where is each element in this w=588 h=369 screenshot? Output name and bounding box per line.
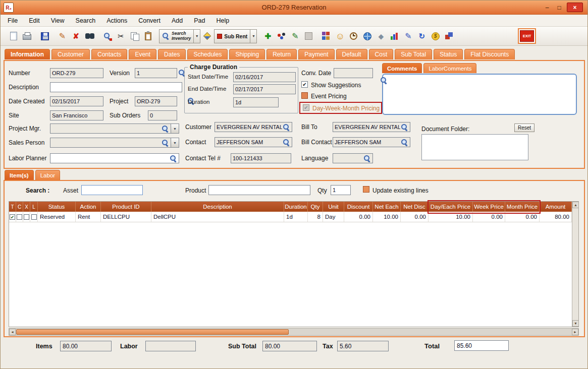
refresh-icon[interactable]: ↻ bbox=[415, 29, 429, 43]
project-mgr-field[interactable] bbox=[50, 124, 171, 134]
row-c-checkbox[interactable] bbox=[17, 214, 22, 220]
save-icon[interactable] bbox=[38, 29, 51, 43]
tab-cost[interactable]: Cost bbox=[369, 49, 394, 59]
maximize-button[interactable]: □ bbox=[554, 3, 565, 12]
col-header-amount[interactable]: Amount bbox=[540, 202, 572, 212]
sub-total-field[interactable]: 80.00 bbox=[262, 341, 317, 351]
tax-field[interactable]: 5.60 bbox=[337, 341, 389, 351]
clock-icon[interactable] bbox=[347, 29, 360, 43]
day-week-month-pricing-checkbox[interactable]: ✔ bbox=[303, 104, 309, 111]
bill-contact-field[interactable]: JEFFERSON SAM bbox=[333, 137, 410, 147]
items-total-field[interactable]: 80.00 bbox=[60, 341, 112, 351]
labor-planner-search-icon[interactable] bbox=[170, 155, 177, 162]
find-item-icon[interactable] bbox=[100, 29, 114, 43]
smiley-icon[interactable]: ☺ bbox=[333, 29, 347, 43]
tab-event[interactable]: Event bbox=[129, 49, 156, 59]
document-folder-box[interactable] bbox=[421, 134, 528, 160]
scroll-down-icon[interactable]: ▼ bbox=[572, 320, 579, 327]
col-header-x[interactable]: X bbox=[23, 202, 30, 212]
bill-to-search-icon[interactable] bbox=[401, 124, 408, 131]
site-field[interactable]: San Francisco bbox=[50, 110, 103, 120]
duration-field[interactable]: 1d bbox=[233, 97, 279, 107]
edit-notes-icon[interactable]: ✎ bbox=[288, 29, 302, 43]
tab-information[interactable]: Information bbox=[5, 49, 50, 59]
tab-schedules[interactable]: Schedules bbox=[187, 49, 228, 59]
qty-input[interactable]: 1 bbox=[331, 185, 351, 195]
col-header-discount[interactable]: Discount bbox=[344, 202, 373, 212]
convert-cube-icon[interactable] bbox=[442, 29, 456, 43]
bill-to-field[interactable]: EVERGREEN AV RENTALS bbox=[333, 122, 410, 132]
tab-sub-total[interactable]: Sub Total bbox=[395, 49, 432, 59]
row-x-checkbox[interactable] bbox=[24, 214, 29, 220]
col-header-t[interactable]: T bbox=[9, 202, 16, 212]
table-row[interactable]: ✔ Reserved Rent DELLCPU DellCPU 1d 8 Day… bbox=[9, 212, 578, 222]
sales-person-dropdown[interactable]: ▼ bbox=[171, 138, 179, 148]
sales-person-search-icon[interactable] bbox=[162, 139, 169, 147]
vertical-scrollbar[interactable]: ▲ ▼ bbox=[572, 202, 578, 327]
search-inventory-button[interactable]: Search Inventory bbox=[159, 29, 194, 43]
menu-actions[interactable]: Actions bbox=[106, 17, 127, 24]
contact-search-icon[interactable] bbox=[283, 139, 290, 146]
labor-total-field[interactable] bbox=[145, 341, 196, 351]
price-tag-icon[interactable] bbox=[200, 29, 214, 43]
col-header-net-each[interactable]: Net Each bbox=[373, 202, 401, 212]
tab-shipping[interactable]: Shipping bbox=[229, 49, 265, 59]
chart-bars-icon[interactable] bbox=[388, 29, 401, 43]
comments-textarea[interactable] bbox=[382, 74, 577, 115]
col-header-description[interactable]: Description bbox=[151, 202, 284, 212]
contact-tel-field[interactable]: 100-121433 bbox=[231, 153, 291, 163]
tab-dates[interactable]: Dates bbox=[158, 49, 186, 59]
bill-contact-search-icon[interactable] bbox=[401, 139, 408, 146]
menu-help[interactable]: Help bbox=[216, 17, 229, 24]
tab-flat-discounts[interactable]: Flat Discounts bbox=[464, 49, 515, 59]
col-header-l[interactable]: L bbox=[30, 202, 38, 212]
row-l-checkbox[interactable] bbox=[31, 214, 37, 220]
start-datetime-field[interactable]: 02/16/2017 bbox=[233, 72, 296, 82]
col-header-action[interactable]: Action bbox=[76, 202, 101, 212]
search-inventory-dropdown[interactable]: ▼ bbox=[194, 29, 200, 43]
reset-button[interactable]: Reset bbox=[514, 124, 534, 132]
menu-add[interactable]: Add bbox=[172, 17, 183, 24]
project-mgr-search-icon[interactable] bbox=[162, 125, 169, 133]
row-t-checkbox[interactable]: ✔ bbox=[10, 214, 15, 220]
customer-search-icon[interactable] bbox=[283, 124, 290, 131]
menu-search[interactable]: Search bbox=[76, 17, 96, 24]
copy-icon[interactable] bbox=[128, 29, 141, 43]
col-header-unit[interactable]: Unit bbox=[323, 202, 344, 212]
print-icon[interactable] bbox=[20, 29, 34, 43]
product-input[interactable] bbox=[208, 185, 310, 195]
exit-button[interactable]: EXIT bbox=[520, 30, 534, 42]
description-field[interactable] bbox=[50, 82, 182, 92]
delete-icon[interactable]: ✘ bbox=[69, 29, 83, 43]
menu-convert[interactable]: Convert bbox=[138, 17, 161, 24]
sales-person-combo[interactable]: ▼ bbox=[50, 138, 179, 148]
edit-sheet-icon[interactable]: ✎ bbox=[401, 29, 415, 43]
tab-return[interactable]: Return bbox=[266, 49, 297, 59]
menu-edit[interactable]: Edit bbox=[29, 17, 40, 24]
total-field[interactable]: 85.60 bbox=[454, 340, 509, 351]
tab-labor[interactable]: Labor bbox=[35, 170, 60, 180]
menu-file[interactable]: File bbox=[8, 17, 18, 24]
col-header-status[interactable]: Status bbox=[38, 202, 76, 212]
cut-icon[interactable]: ✂ bbox=[114, 29, 128, 43]
number-field[interactable]: ORD-279 bbox=[50, 68, 103, 78]
contact-field[interactable]: JEFFERSON SAM bbox=[215, 137, 292, 147]
event-pricing-checkbox[interactable] bbox=[301, 92, 308, 99]
disabled-pad-icon[interactable] bbox=[302, 29, 315, 43]
package-diamond-icon[interactable]: ◆ bbox=[374, 29, 388, 43]
sub-rent-button[interactable]: Sub Rent bbox=[214, 29, 250, 43]
col-header-week-price[interactable]: Week Price bbox=[473, 202, 505, 212]
col-header-duration[interactable]: Duration bbox=[284, 202, 308, 212]
money-coin-icon[interactable]: $ bbox=[429, 29, 442, 43]
language-field[interactable] bbox=[333, 153, 373, 163]
col-header-qty[interactable]: Qty bbox=[308, 202, 323, 212]
project-mgr-combo[interactable]: ▼ bbox=[50, 124, 179, 134]
customer-field[interactable]: EVERGREEN AV RENTALS bbox=[215, 122, 292, 132]
tab-contacts[interactable]: Contacts bbox=[91, 49, 127, 59]
scroll-up-icon[interactable]: ▲ bbox=[572, 202, 579, 208]
sub-rent-dropdown[interactable]: ▼ bbox=[250, 29, 257, 43]
col-header-day-each-price[interactable]: Day/Each Price bbox=[429, 202, 473, 212]
horizontal-scrollbar[interactable]: ◄ ► bbox=[9, 328, 579, 336]
paste-icon[interactable] bbox=[141, 29, 155, 43]
minimize-button[interactable]: – bbox=[542, 3, 553, 12]
